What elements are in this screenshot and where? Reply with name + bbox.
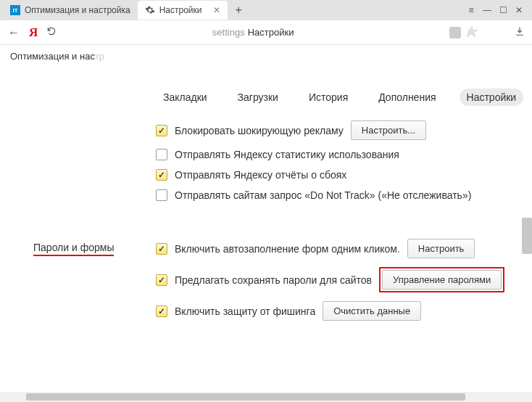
address-bar: ← Я settings Настройки xyxy=(0,20,532,45)
tab-title: Оптимизация и настройка xyxy=(25,5,130,15)
close-icon[interactable]: ✕ xyxy=(213,5,220,15)
breadcrumb: Оптимизация и настр xyxy=(0,45,532,67)
reload-button[interactable] xyxy=(46,26,57,38)
configure-button[interactable]: Настроить xyxy=(407,239,475,258)
settings-content: Закладки Загрузки История Дополнения Нас… xyxy=(0,67,532,325)
checkbox[interactable] xyxy=(156,125,167,136)
option-label: Включить защиту от фишинга xyxy=(175,305,315,317)
checkbox[interactable] xyxy=(156,305,167,317)
browser-tab-active[interactable]: Настройки ✕ xyxy=(138,1,228,20)
favicon-it-icon: IT xyxy=(10,5,20,15)
option-label: Блокировать шокирующую рекламу xyxy=(175,125,344,136)
scrollbar-thumb[interactable] xyxy=(26,393,465,401)
protect-icon[interactable] xyxy=(449,27,461,38)
breadcrumb-faded: тр xyxy=(95,51,104,62)
clear-data-button[interactable]: Очистить данные xyxy=(323,301,421,321)
gear-icon xyxy=(145,5,155,15)
maximize-icon[interactable]: ☐ xyxy=(499,6,507,15)
option-dnt: Отправлять сайтам запрос «Do Not Track» … xyxy=(156,189,518,201)
browser-tab-inactive[interactable]: IT Оптимизация и настройка xyxy=(3,1,138,20)
settings-tabs: Закладки Загрузки История Дополнения Нас… xyxy=(14,67,518,116)
checkbox[interactable] xyxy=(156,169,167,181)
checkbox[interactable] xyxy=(156,274,167,286)
tab-title: Настройки xyxy=(159,5,202,15)
option-block-shock-ads: Блокировать шокирующую рекламу Настроить… xyxy=(156,120,518,140)
checkbox[interactable] xyxy=(156,243,167,255)
option-crash-reports: Отправлять Яндексу отчёты о сбоях xyxy=(156,169,518,181)
option-label: Предлагать сохранять пароли для сайтов xyxy=(175,274,372,286)
breadcrumb-text: Оптимизация и нас xyxy=(10,51,95,62)
window-tabbar: IT Оптимизация и настройка Настройки ✕ +… xyxy=(0,0,532,20)
horizontal-scrollbar[interactable] xyxy=(0,392,532,402)
omnibox[interactable]: settings Настройки xyxy=(65,27,441,38)
manage-passwords-button[interactable]: Управление паролями xyxy=(382,270,502,290)
checkbox[interactable] xyxy=(156,189,167,201)
tab-settings[interactable]: Настройки xyxy=(460,89,524,106)
bookmark-icon[interactable] xyxy=(467,25,480,40)
option-label: Отправлять Яндексу статистику использова… xyxy=(175,149,399,160)
section-title: Пароли и формы xyxy=(14,239,156,321)
vertical-scrollbar[interactable] xyxy=(522,218,532,254)
highlighted-annotation: Управление паролями xyxy=(379,267,504,292)
checkbox[interactable] xyxy=(156,149,167,160)
option-label: Отправлять сайтам запрос «Do Not Track» … xyxy=(175,189,471,201)
new-tab-button[interactable]: + xyxy=(228,4,249,17)
url-title: Настройки xyxy=(248,27,294,38)
option-label: Включить автозаполнение форм одним клико… xyxy=(175,243,400,255)
configure-button[interactable]: Настроить... xyxy=(351,120,426,140)
tab-bookmarks[interactable]: Закладки xyxy=(156,89,215,106)
option-save-passwords: Предлагать сохранять пароли для сайтов У… xyxy=(156,267,518,292)
privacy-section: Блокировать шокирующую рекламу Настроить… xyxy=(14,116,518,205)
passwords-section: Пароли и формы Включить автозаполнение ф… xyxy=(14,234,518,325)
url-path: settings xyxy=(212,27,245,38)
tab-addons[interactable]: Дополнения xyxy=(371,89,443,106)
minimize-icon[interactable]: — xyxy=(483,6,491,15)
option-label: Отправлять Яндексу отчёты о сбоях xyxy=(175,169,346,181)
option-send-stats: Отправлять Яндексу статистику использова… xyxy=(156,149,518,160)
menu-icon[interactable]: ≡ xyxy=(467,6,475,15)
yandex-logo[interactable]: Я xyxy=(29,25,38,40)
option-phishing-protection: Включить защиту от фишинга Очистить данн… xyxy=(156,301,518,321)
close-window-icon[interactable]: ✕ xyxy=(515,6,523,15)
tab-downloads[interactable]: Загрузки xyxy=(230,89,286,106)
downloads-icon[interactable] xyxy=(515,26,525,38)
option-autofill: Включить автозаполнение форм одним клико… xyxy=(156,239,518,258)
window-controls: ≡ — ☐ ✕ xyxy=(467,6,529,15)
back-button[interactable]: ← xyxy=(7,26,20,39)
tab-history[interactable]: История xyxy=(302,89,355,106)
